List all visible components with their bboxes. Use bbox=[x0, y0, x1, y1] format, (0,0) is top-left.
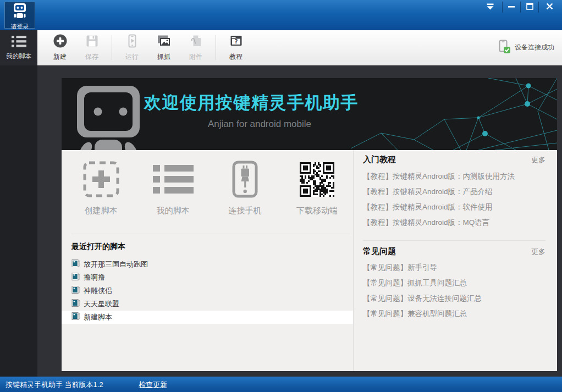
phone-play-icon bbox=[125, 34, 140, 51]
script-name: 撸啊撸 bbox=[84, 273, 105, 283]
attachment-icon bbox=[189, 34, 203, 51]
script-doc-icon bbox=[71, 259, 80, 270]
maximize-icon bbox=[526, 2, 533, 12]
tutorial-link[interactable]: 【教程】按键精灵Android版：MQ语言 bbox=[363, 215, 546, 230]
divider bbox=[71, 234, 350, 234]
tutorial-link[interactable]: 【教程】按键精灵Android版：软件使用 bbox=[363, 200, 546, 215]
robot-logo-icon bbox=[12, 2, 28, 22]
close-icon bbox=[546, 2, 553, 12]
help-window-icon: ? bbox=[229, 34, 244, 51]
script-doc-icon bbox=[71, 299, 80, 310]
action-label: 下载移动端 bbox=[296, 206, 338, 216]
button-label: 新建 bbox=[53, 52, 67, 62]
panel-body: 创建脚本 我的脚本 bbox=[62, 150, 557, 371]
create-script-action[interactable]: 创建脚本 bbox=[65, 160, 137, 216]
skin-menu-button[interactable] bbox=[478, 0, 502, 14]
login-button[interactable]: 请登录 bbox=[4, 2, 35, 29]
create-script-icon bbox=[83, 160, 119, 198]
divider bbox=[112, 35, 112, 60]
device-connected-icon bbox=[497, 39, 511, 56]
robot-mascot-icon bbox=[76, 86, 141, 150]
plus-circle-icon bbox=[53, 34, 68, 51]
minimize-icon bbox=[508, 2, 515, 12]
tutorials-list: 【教程】按键精灵Android版：内测版使用方法 【教程】按键精灵Android… bbox=[363, 169, 546, 230]
divider bbox=[216, 35, 216, 60]
tutorial-button[interactable]: ? 教程 bbox=[220, 30, 252, 65]
button-label: 运行 bbox=[125, 52, 139, 62]
my-scripts-icon bbox=[153, 160, 194, 198]
tutorials-title: 入门教程 bbox=[363, 154, 396, 165]
save-button: 保存 bbox=[76, 30, 108, 65]
quick-actions: 创建脚本 我的脚本 bbox=[65, 160, 353, 216]
minimize-button[interactable] bbox=[503, 0, 520, 14]
button-label: 教程 bbox=[229, 52, 243, 62]
tutorials-header: 入门教程 更多 bbox=[363, 154, 546, 165]
action-label: 我的脚本 bbox=[157, 206, 190, 216]
list-icon bbox=[12, 36, 26, 49]
login-label: 请登录 bbox=[11, 23, 29, 31]
window-controls bbox=[478, 0, 560, 14]
script-doc-icon bbox=[71, 272, 80, 283]
recent-script-row[interactable]: 天天星联盟 bbox=[62, 297, 353, 311]
connect-phone-icon bbox=[232, 160, 258, 198]
qr-code-icon bbox=[300, 160, 334, 198]
screenshot-icon bbox=[156, 34, 172, 51]
recent-script-row-selected[interactable]: 新建脚本 bbox=[62, 311, 353, 324]
app-window: { "window": { "login_label": "请登录", "con… bbox=[0, 0, 562, 392]
button-label: 抓抓 bbox=[157, 52, 170, 62]
my-scripts-action[interactable]: 我的脚本 bbox=[137, 160, 209, 216]
faq-link[interactable]: 【常见问题】设备无法连接问题汇总 bbox=[363, 291, 546, 306]
script-doc-icon bbox=[71, 285, 80, 296]
faq-link[interactable]: 【常见问题】兼容机型问题汇总 bbox=[363, 306, 546, 322]
chevron-down-icon bbox=[486, 2, 494, 12]
script-name: 神雕侠侣 bbox=[84, 286, 112, 296]
recent-scripts-title: 最近打开的脚本 bbox=[71, 242, 125, 252]
home-panel: 欢迎使用按键精灵手机助手 Anjian for android mobile bbox=[62, 78, 557, 371]
new-button[interactable]: 新建 bbox=[44, 30, 76, 65]
svg-text:?: ? bbox=[234, 38, 238, 45]
run-button: 运行 bbox=[116, 30, 148, 65]
attachment-button: 附件 bbox=[180, 30, 212, 65]
banner-subtitle: Anjian for android mobile bbox=[144, 119, 375, 130]
faq-more-link[interactable]: 更多 bbox=[531, 247, 546, 257]
download-mobile-action[interactable]: 下载移动端 bbox=[281, 160, 353, 216]
welcome-banner: 欢迎使用按键精灵手机助手 Anjian for android mobile bbox=[62, 78, 557, 150]
statusbar: 按键精灵手机助手 当前版本1.2 检查更新 bbox=[0, 377, 562, 392]
recent-scripts-list: 放开那三国自动跑图 撸啊撸 神雕侠侣 天天星联盟 新建脚本 bbox=[62, 258, 353, 324]
faq-link[interactable]: 【常见问题】抓抓工具问题汇总 bbox=[363, 275, 546, 291]
close-button[interactable] bbox=[539, 0, 560, 14]
sidebar-item-my-scripts[interactable]: 我的脚本 bbox=[0, 30, 37, 65]
tutorial-link[interactable]: 【教程】按键精灵Android版：内测版使用方法 bbox=[363, 169, 546, 184]
version-info: 按键精灵手机助手 当前版本1.2 bbox=[5, 380, 103, 390]
action-label: 连接手机 bbox=[229, 206, 262, 216]
maximize-button[interactable] bbox=[521, 0, 538, 14]
button-label: 附件 bbox=[189, 52, 202, 62]
tutorials-more-link[interactable]: 更多 bbox=[531, 155, 546, 165]
sidebar-item-label: 我的脚本 bbox=[6, 52, 31, 60]
connect-phone-action[interactable]: 连接手机 bbox=[209, 160, 281, 216]
right-column: 入门教程 更多 【教程】按键精灵Android版：内测版使用方法 【教程】按键精… bbox=[363, 150, 546, 371]
script-doc-icon bbox=[71, 312, 80, 323]
floppy-icon bbox=[85, 34, 100, 51]
capture-button[interactable]: 抓抓 bbox=[148, 30, 180, 65]
tutorial-link[interactable]: 【教程】按键精灵Android版：产品介绍 bbox=[363, 184, 546, 200]
recent-script-row[interactable]: 神雕侠侣 bbox=[62, 284, 353, 297]
faq-title: 常见问题 bbox=[363, 246, 396, 257]
recent-script-row[interactable]: 放开那三国自动跑图 bbox=[62, 258, 353, 271]
action-label: 创建脚本 bbox=[85, 206, 118, 216]
sidebar: 我的脚本 bbox=[0, 30, 37, 377]
script-name: 天天星联盟 bbox=[84, 299, 119, 309]
check-update-link[interactable]: 检查更新 bbox=[139, 380, 167, 390]
banner-title: 欢迎使用按键精灵手机助手 bbox=[144, 91, 359, 114]
divider bbox=[353, 150, 354, 371]
device-status: 设备连接成功 bbox=[497, 30, 554, 65]
network-mesh-graphic bbox=[351, 78, 557, 150]
faq-header: 常见问题 更多 bbox=[363, 246, 546, 257]
script-name: 新建脚本 bbox=[84, 312, 112, 322]
recent-script-row[interactable]: 撸啊撸 bbox=[62, 271, 353, 284]
device-status-label: 设备连接成功 bbox=[515, 43, 554, 52]
main-content: 欢迎使用按键精灵手机助手 Anjian for android mobile bbox=[37, 66, 562, 377]
button-label: 保存 bbox=[85, 52, 98, 62]
titlebar: 请登录 bbox=[0, 0, 562, 30]
faq-link[interactable]: 【常见问题】新手引导 bbox=[363, 260, 546, 275]
